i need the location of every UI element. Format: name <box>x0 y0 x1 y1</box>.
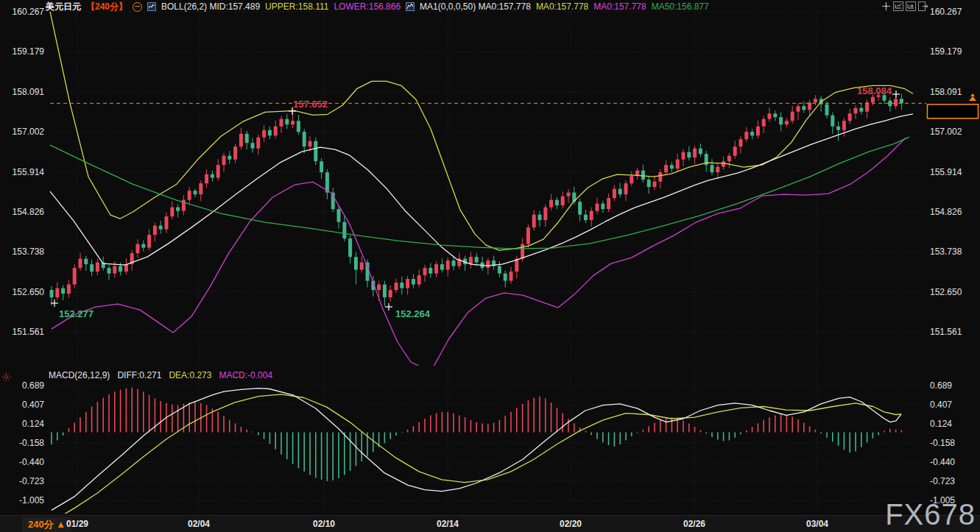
date-label: 03/04 <box>806 519 828 529</box>
candle-body <box>825 104 829 116</box>
boll-upper-legend: UPPER:158.111 <box>265 1 328 12</box>
candle-body <box>504 274 507 281</box>
candle-body <box>199 183 202 194</box>
date-label: 02/10 <box>313 519 335 529</box>
price-axis-label-left: 155.914 <box>13 167 45 177</box>
exit-fullscreen-icon[interactable] <box>918 1 928 11</box>
move-crosshair-icon[interactable] <box>881 1 891 11</box>
ma-magenta-legend: MA0:157.778 <box>593 1 646 12</box>
price-axis-label-right: 152.650 <box>930 287 962 297</box>
candle-body <box>337 209 341 221</box>
candle-body <box>854 108 858 113</box>
ma-indicator-icon[interactable] <box>406 2 415 11</box>
candle-body <box>395 283 398 290</box>
candle-body <box>262 130 266 138</box>
macd-settings-icon[interactable] <box>1 372 11 385</box>
candle-body <box>498 266 501 274</box>
candle-body <box>251 143 255 148</box>
candle-body <box>342 222 346 238</box>
candle-body <box>900 99 903 103</box>
candle-body <box>727 156 731 161</box>
candle-body <box>859 108 863 112</box>
candle-body <box>90 264 94 272</box>
interval-selector[interactable]: 240分 ▲ <box>22 517 71 532</box>
candle-body <box>647 180 651 187</box>
candle-body <box>475 257 479 262</box>
macd-diff-value: DIFF:0.271 <box>117 370 161 380</box>
candle-body <box>400 283 403 288</box>
candle-body <box>578 202 582 214</box>
price-axis-label-right: 153.738 <box>930 247 962 257</box>
extreme-price-label: 152.277 <box>59 308 94 319</box>
candle-body <box>222 156 226 165</box>
candle-body <box>61 288 65 294</box>
candle-body <box>354 257 358 269</box>
candle-body <box>107 268 111 273</box>
price-axis-label-left: 157.002 <box>13 127 45 137</box>
candle-body <box>624 183 628 194</box>
macd-axis-label-right: 0.689 <box>930 380 952 391</box>
candle-body <box>842 121 846 130</box>
candle-body <box>406 279 409 288</box>
macd-axis-label-left: -0.158 <box>19 438 44 448</box>
macd-axis-label-right: -0.158 <box>930 438 955 448</box>
candle-body <box>836 127 840 130</box>
date-label: 02/14 <box>437 519 459 529</box>
candle-body <box>596 204 599 211</box>
candle-body <box>205 174 208 183</box>
candle-body <box>170 208 174 216</box>
candle-body <box>440 264 444 269</box>
price-axis-label-left: 153.738 <box>13 247 45 257</box>
macd-axis-label-right: 0.407 <box>930 400 952 410</box>
candle-body <box>360 263 364 270</box>
price-axis-label-left: 151.561 <box>13 327 45 337</box>
fit-chart-icon[interactable] <box>893 1 903 11</box>
macd-axis-label-left: 0.689 <box>22 380 44 391</box>
candle-body <box>682 152 685 160</box>
macd-axis-label-left: -0.440 <box>19 457 44 467</box>
candle-body <box>176 208 180 211</box>
macd-axis-label-left: 0.124 <box>22 419 44 429</box>
candle-body <box>216 165 220 177</box>
macd-macd-value: MACD:-0.004 <box>219 370 272 380</box>
candle-body <box>791 112 794 121</box>
interval-tag: 【240分】 <box>86 1 127 12</box>
ma-legend: MA1(0,0,0,50) MA0:157.778 <box>420 1 531 12</box>
time-axis-bar: 240分 ▲ 01/2902/0402/1002/1402/2002/2603/… <box>0 515 980 532</box>
extreme-price-label: 152.264 <box>395 308 431 319</box>
candle-body <box>653 182 657 187</box>
candle-body <box>297 121 300 132</box>
candle-body <box>486 260 490 268</box>
macd-axis-label-left: -1.005 <box>19 495 44 506</box>
candle-body <box>136 244 140 253</box>
candle-body <box>303 132 306 146</box>
candle-body <box>96 263 99 272</box>
boll-indicator-icon[interactable] <box>147 2 156 11</box>
candle-body <box>194 191 197 194</box>
candle-body <box>280 119 283 127</box>
boll-legend: BOLL(26,2) MID:157.489 <box>161 1 260 12</box>
chart-canvas: 157.652158.084152.277152.264160.267160.2… <box>0 0 980 532</box>
chart-toolbar <box>881 1 928 11</box>
candle-body <box>141 244 145 248</box>
candle-body <box>446 260 450 269</box>
candle-body <box>188 191 191 199</box>
pan-right-icon[interactable] <box>906 1 916 11</box>
candle-body <box>590 211 593 220</box>
candle-body <box>211 174 214 178</box>
collapse-indicator-icon[interactable] <box>133 2 142 12</box>
candle-body <box>159 226 163 230</box>
date-label: 02/20 <box>560 519 582 529</box>
candle-body <box>377 285 381 290</box>
candle-body <box>429 268 432 273</box>
candle-body <box>233 146 237 159</box>
candle-body <box>613 189 616 198</box>
candle-body <box>165 216 169 229</box>
candle-body <box>687 152 691 157</box>
candle-body <box>693 149 697 157</box>
candle-body <box>676 160 680 169</box>
candle-body <box>320 161 323 172</box>
candle-body <box>555 200 559 205</box>
symbol-name: 美元日元 <box>46 1 81 12</box>
candle-body <box>50 290 54 297</box>
